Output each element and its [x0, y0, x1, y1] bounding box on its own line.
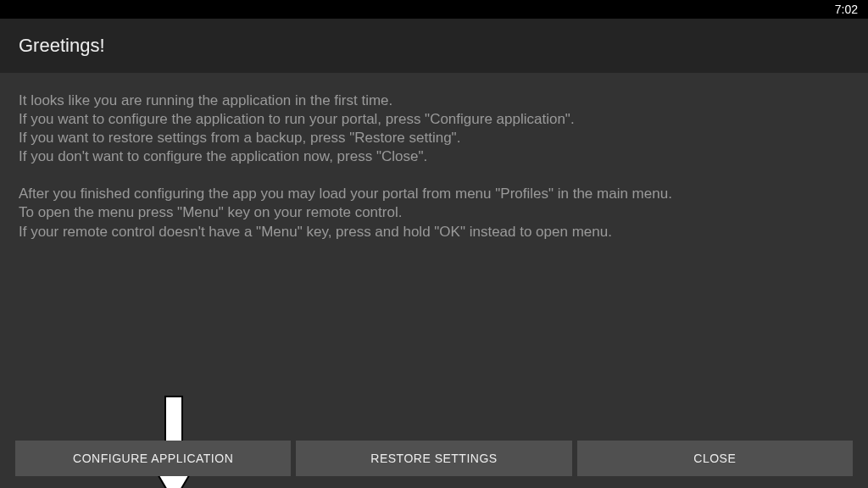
info-line: If you don't want to configure the appli… [19, 147, 849, 166]
info-line: If your remote control doesn't have a "M… [19, 223, 849, 241]
info-line: If you want to configure the application… [19, 110, 849, 129]
status-bar: 7:02 [0, 0, 868, 19]
configure-application-button[interactable]: CONFIGURE APPLICATION [15, 441, 291, 476]
button-row: CONFIGURE APPLICATION RESTORE SETTINGS C… [15, 441, 853, 476]
info-line: To open the menu press "Menu" key on you… [19, 203, 849, 222]
info-line: It looks like you are running the applic… [19, 92, 849, 110]
info-paragraph-1: It looks like you are running the applic… [19, 92, 849, 166]
close-button[interactable]: CLOSE [577, 441, 853, 476]
clock: 7:02 [835, 3, 858, 16]
info-text: It looks like you are running the applic… [19, 92, 849, 260]
page-title: Greetings! [19, 35, 105, 57]
title-bar: Greetings! [0, 19, 868, 73]
restore-settings-button[interactable]: RESTORE SETTINGS [296, 441, 571, 476]
info-line: After you finished configuring the app y… [19, 185, 849, 203]
info-line: If you want to restore settings from a b… [19, 129, 849, 147]
content-area: It looks like you are running the applic… [0, 73, 868, 488]
info-paragraph-2: After you finished configuring the app y… [19, 185, 849, 241]
